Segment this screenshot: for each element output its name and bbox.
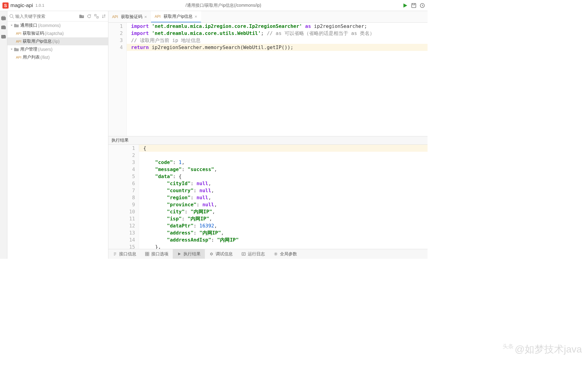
bottom-tab-bug[interactable]: 调试信息 bbox=[205, 249, 237, 259]
rail-item-function-list[interactable]: 函数列表 bbox=[1, 21, 6, 24]
svg-rect-6 bbox=[147, 252, 149, 254]
folder-icon bbox=[1, 16, 6, 20]
svg-rect-7 bbox=[145, 254, 147, 256]
code-body[interactable]: import 'net.dreamlu.mica.ip2region.core.… bbox=[127, 23, 428, 136]
sidebar: 通用接口(/commons)API获取验证码(/captcha)API获取用户i… bbox=[7, 11, 108, 259]
left-rail: 接口列表 函数列表 数据源管理 bbox=[0, 11, 7, 259]
refresh-icon[interactable] bbox=[87, 14, 92, 19]
app-version: 1.0.1 bbox=[36, 3, 44, 8]
api-tree: 通用接口(/commons)API获取验证码(/captcha)API获取用户i… bbox=[7, 21, 108, 259]
tree-item[interactable]: API获取验证码(/captcha) bbox=[7, 29, 108, 37]
tree-item[interactable]: API获取用户ip信息(/ip) bbox=[7, 37, 108, 45]
bottom-tab-info[interactable]: 接口信息 bbox=[108, 249, 141, 259]
bottom-tab-grid[interactable]: 接口选项 bbox=[141, 249, 173, 259]
svg-rect-8 bbox=[147, 254, 149, 256]
tree-item[interactable]: API用户列表(/list) bbox=[7, 53, 108, 61]
code-editor[interactable]: 1234 import 'net.dreamlu.mica.ip2region.… bbox=[108, 23, 428, 136]
svg-rect-4 bbox=[97, 17, 98, 18]
save-icon[interactable] bbox=[411, 3, 417, 8]
locate-icon[interactable] bbox=[94, 14, 99, 19]
svg-rect-0 bbox=[412, 3, 416, 8]
bottom-tabs: 接口信息接口选项执行结果调试信息运行日志全局参数 bbox=[108, 249, 428, 259]
search-input[interactable] bbox=[15, 14, 79, 19]
breadcrumb: /通用接口/获取用户ip信息(/commons/ip) bbox=[44, 3, 402, 8]
add-folder-icon[interactable] bbox=[79, 14, 84, 19]
rail-item-api-list[interactable]: 接口列表 bbox=[1, 12, 6, 15]
result-body[interactable]: { "code": 1, "message": "success", "data… bbox=[139, 145, 428, 249]
search-row bbox=[7, 11, 108, 21]
editor-tab[interactable]: API获取用户ip信息× bbox=[151, 11, 201, 22]
bottom-tab-play[interactable]: 执行结果 bbox=[173, 249, 205, 259]
line-gutter: 1234 bbox=[108, 23, 127, 136]
logo-icon: S bbox=[2, 2, 9, 9]
run-icon[interactable] bbox=[402, 3, 408, 8]
editor-tab[interactable]: API获取验证码× bbox=[108, 11, 151, 22]
tree-group[interactable]: 用户管理(/users) bbox=[7, 45, 108, 53]
svg-point-9 bbox=[211, 253, 213, 255]
svg-rect-10 bbox=[242, 253, 245, 255]
editor-tabs: API获取验证码×API获取用户ip信息× bbox=[108, 11, 428, 23]
sort-icon[interactable] bbox=[101, 14, 106, 19]
line-gutter: 123456789101112131415 bbox=[108, 145, 139, 249]
result-panel: 123456789101112131415 { "code": 1, "mess… bbox=[108, 145, 428, 249]
header: S magic-api 1.0.1 /通用接口/获取用户ip信息(/common… bbox=[0, 0, 428, 11]
folder-icon bbox=[1, 25, 6, 29]
svg-rect-3 bbox=[95, 14, 96, 16]
tree-group[interactable]: 通用接口(/commons) bbox=[7, 21, 108, 29]
svg-point-2 bbox=[10, 14, 13, 17]
result-header: 执行结果 bbox=[108, 136, 428, 145]
app-logo: S magic-api 1.0.1 bbox=[2, 2, 44, 9]
folder-icon bbox=[1, 34, 6, 39]
history-icon[interactable] bbox=[420, 3, 425, 8]
bottom-tab-gear[interactable]: 全局参数 bbox=[269, 249, 301, 259]
close-icon[interactable]: × bbox=[194, 14, 197, 19]
search-icon bbox=[9, 14, 14, 19]
app-name: magic-api bbox=[10, 2, 33, 9]
svg-rect-5 bbox=[145, 252, 147, 254]
svg-point-11 bbox=[275, 254, 277, 255]
bottom-tab-log[interactable]: 运行日志 bbox=[237, 249, 269, 259]
rail-item-datasource[interactable]: 数据源管理 bbox=[1, 31, 6, 33]
close-icon[interactable]: × bbox=[144, 14, 147, 19]
